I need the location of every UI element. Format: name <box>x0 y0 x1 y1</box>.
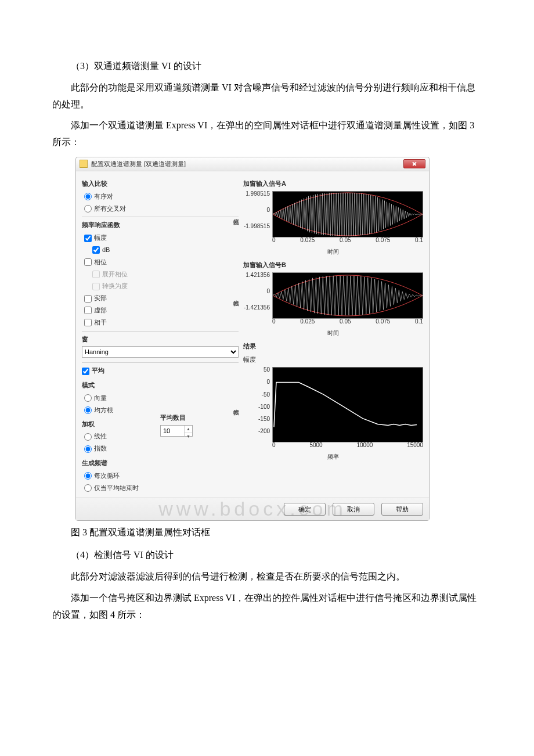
check-phase-label: 相位 <box>94 257 107 268</box>
chartA-yticks: 1.998515 0 -1.998515 <box>243 191 270 229</box>
window-select[interactable]: Hanning <box>82 346 239 358</box>
spin-up-icon[interactable]: ▲ <box>185 426 192 434</box>
group-window: 窗 <box>82 334 239 345</box>
chartB-plot <box>272 272 423 319</box>
radio-linear[interactable]: 线性 <box>84 431 160 442</box>
radio-rms-label: 均方根 <box>94 405 113 416</box>
radio-each-iteration[interactable]: 每次循环 <box>84 470 239 482</box>
chartA-title: 加窗输入信号A <box>243 178 423 190</box>
chartA-xlabel: 时间 <box>243 247 423 257</box>
check-phase[interactable]: 相位 <box>84 257 239 268</box>
check-real-label: 实部 <box>94 293 107 304</box>
check-averaging[interactable]: 平均 <box>82 365 239 377</box>
spin-down-icon[interactable]: ▼ <box>185 433 192 441</box>
radio-vector-label: 向量 <box>94 393 107 404</box>
radio-rms[interactable]: 均方根 <box>84 405 160 416</box>
dialog-titlebar: 配置双通道谱测量 [双通道谱测量] <box>76 157 429 171</box>
check-imag-label: 虚部 <box>94 305 107 316</box>
radio-each-iteration-label: 每次循环 <box>94 470 120 482</box>
para-section4-instr: 添加一个信号掩区和边界测试 Express VI，在弹出的控件属性对话框中进行信… <box>52 590 482 624</box>
check-to-degrees-label: 转换为度 <box>102 280 128 292</box>
chartB-xticks: 0 0.025 0.05 0.075 0.1 <box>272 316 423 327</box>
radio-ordered-pair[interactable]: 有序对 <box>84 191 239 203</box>
config-dialog: 配置双通道谱测量 [双通道谱测量] 输入比较 有序对 所有交叉对 频率响应函数 … <box>75 157 430 521</box>
radio-avg-complete-only[interactable]: 仅当平均结束时 <box>84 483 239 494</box>
chartR-plot <box>272 367 423 442</box>
check-coherent-label: 相干 <box>94 317 107 329</box>
group-mode: 模式 <box>82 380 160 391</box>
chartR-xlabel: 频率 <box>243 452 423 462</box>
help-button[interactable]: 帮助 <box>381 503 423 516</box>
check-unwrap-phase-label: 展开相位 <box>102 269 128 280</box>
para-section3-desc: 此部分的功能是采用双通道频谱测量 VI 对含噪声信号和经过滤波的信号分别进行频响… <box>52 80 482 113</box>
radio-avg-complete-only-label: 仅当平均结束时 <box>94 483 139 494</box>
ok-button[interactable]: 确定 <box>284 503 326 516</box>
para-section3-title: （3）双通道频谱测量 VI 的设计 <box>52 58 482 75</box>
check-averaging-label: 平均 <box>92 365 104 377</box>
chartR-xticks: 0 5000 10000 15000 <box>272 440 423 451</box>
chartR-yticks: 50 0 -50 -100 -150 -200 <box>243 367 270 434</box>
radio-exponential[interactable]: 指数 <box>84 443 160 455</box>
group-freq-resp: 频率响应函数 <box>82 219 239 231</box>
radio-all-cross-pair-label: 所有交叉对 <box>94 203 126 215</box>
radio-linear-label: 线性 <box>94 431 107 442</box>
check-coherent[interactable]: 相干 <box>84 317 239 329</box>
figure3-caption: 图 3 配置双通道谱测量属性对话框 <box>52 524 482 541</box>
radio-all-cross-pair[interactable]: 所有交叉对 <box>84 203 239 215</box>
para-section3-instr: 添加一个双通道谱测量 Express VI，在弹出的空间属性对话框中进行双通道谱… <box>52 117 482 151</box>
check-magnitude[interactable]: 幅度 <box>84 232 239 244</box>
radio-exponential-label: 指数 <box>94 443 107 455</box>
radio-vector[interactable]: 向量 <box>84 393 160 404</box>
group-gen-spectrum: 生成频谱 <box>82 458 239 469</box>
group-input-compare: 输入比较 <box>82 178 239 190</box>
radio-ordered-pair-label: 有序对 <box>94 191 113 203</box>
check-imag[interactable]: 虚部 <box>84 305 239 316</box>
para-section4-desc: 此部分对滤波器滤波后得到的信号进行检测，检查是否在所要求的信号范围之内。 <box>52 568 482 585</box>
chartA-xticks: 0 0.025 0.05 0.075 0.1 <box>272 235 423 246</box>
avg-count-input[interactable]: ▲▼ <box>160 425 193 437</box>
app-icon <box>80 160 88 168</box>
para-section4-title: （4）检测信号 VI 的设计 <box>52 547 482 564</box>
dialog-title: 配置双通道谱测量 [双通道谱测量] <box>91 159 403 170</box>
check-db-label: dB <box>102 244 110 256</box>
result-group-title: 结果 <box>243 341 423 352</box>
result-mode-label: 幅度 <box>243 354 423 366</box>
group-weighting: 加权 <box>82 419 160 430</box>
check-unwrap-phase: 展开相位 <box>92 269 239 280</box>
chartA-plot <box>272 191 423 237</box>
check-db[interactable]: dB <box>92 244 239 256</box>
avg-count-label: 平均数目 <box>160 412 239 424</box>
chartB-title: 加窗输入信号B <box>243 260 423 271</box>
check-to-degrees: 转换为度 <box>92 280 239 292</box>
chartB-yticks: 1.421356 0 -1.421356 <box>243 272 270 311</box>
check-real[interactable]: 实部 <box>84 293 239 304</box>
close-icon[interactable] <box>403 159 425 168</box>
check-magnitude-label: 幅度 <box>94 232 107 244</box>
cancel-button[interactable]: 取消 <box>333 503 374 516</box>
chartB-xlabel: 时间 <box>243 328 423 339</box>
